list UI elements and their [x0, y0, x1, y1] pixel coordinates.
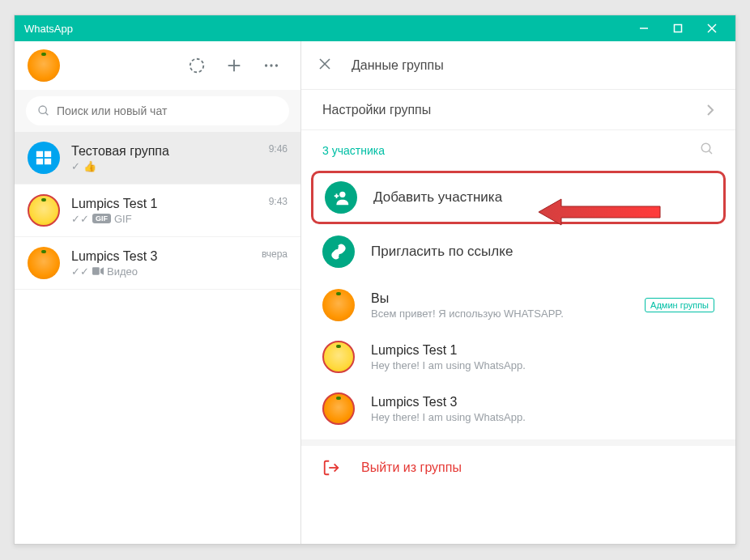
chat-subtitle: ✓✓ GIF GIF	[71, 213, 269, 225]
member-row[interactable]: Lumpics Test 1 Hey there! I am using Wha…	[301, 331, 735, 383]
member-info: Lumpics Test 1 Hey there! I am using Wha…	[371, 343, 714, 371]
left-pane: Тестовая группа ✓ 👍 9:46 Lumpics Test 1 …	[15, 41, 301, 544]
svg-rect-13	[45, 151, 51, 157]
app-window: WhatsApp	[14, 15, 736, 545]
link-icon	[322, 235, 355, 268]
new-chat-icon[interactable]	[218, 49, 250, 82]
chat-time: 9:43	[269, 196, 288, 207]
chat-avatar	[28, 194, 60, 227]
member-status: Всем привет! Я использую WHATSAPP.	[371, 308, 629, 320]
svg-point-9	[275, 64, 278, 66]
member-avatar	[322, 392, 355, 425]
search-input[interactable]	[57, 104, 278, 117]
app-body: Тестовая группа ✓ 👍 9:46 Lumpics Test 1 …	[15, 41, 735, 544]
minimize-button[interactable]	[627, 15, 661, 41]
svg-rect-14	[36, 159, 43, 164]
member-avatar	[322, 341, 355, 373]
svg-rect-16	[92, 267, 100, 274]
chat-avatar-windows	[28, 142, 60, 174]
member-name: Lumpics Test 1	[371, 343, 714, 358]
chat-title: Lumpics Test 1	[71, 197, 269, 211]
svg-point-4	[190, 59, 204, 73]
search-icon	[37, 104, 50, 117]
exit-group-row[interactable]: Выйти из группы	[301, 439, 735, 490]
exit-icon	[322, 459, 340, 477]
close-panel-button[interactable]	[317, 57, 332, 74]
chat-item[interactable]: Lumpics Test 1 ✓✓ GIF GIF 9:43	[15, 185, 300, 237]
svg-rect-15	[45, 159, 51, 164]
chat-subtitle: ✓✓ Видео	[71, 265, 262, 278]
titlebar: WhatsApp	[15, 15, 735, 41]
svg-line-20	[709, 151, 712, 154]
member-info: Lumpics Test 3 Hey there! I am using Wha…	[371, 395, 714, 423]
group-settings-label: Настройки группы	[322, 103, 431, 117]
member-name: Вы	[371, 291, 629, 306]
invite-link-row[interactable]: Пригласить по ссылке	[301, 224, 735, 279]
double-check-icon: ✓✓	[71, 265, 89, 278]
chat-avatar	[28, 247, 60, 279]
chat-title: Lumpics Test 3	[71, 249, 262, 264]
video-icon	[92, 267, 104, 275]
chat-list: Тестовая группа ✓ 👍 9:46 Lumpics Test 1 …	[15, 132, 300, 544]
participants-row: 3 участника	[301, 130, 735, 171]
thumbs-up-icon: 👍	[83, 160, 96, 172]
member-name: Lumpics Test 3	[371, 395, 714, 409]
right-header: Данные группы	[301, 41, 735, 90]
svg-rect-12	[36, 151, 43, 157]
svg-line-11	[45, 112, 48, 115]
svg-rect-1	[675, 25, 682, 32]
gif-badge-icon: GIF	[92, 214, 111, 223]
invite-link-label: Пригласить по ссылке	[371, 244, 513, 260]
maximize-button[interactable]	[661, 15, 695, 41]
titlebar-title: WhatsApp	[21, 23, 627, 35]
chat-item[interactable]: Тестовая группа ✓ 👍 9:46	[15, 132, 300, 185]
group-settings-row[interactable]: Настройки группы	[301, 90, 735, 130]
add-participant-label: Добавить участника	[373, 189, 502, 206]
chat-preview-text: Видео	[107, 265, 138, 278]
chat-time: 9:46	[269, 143, 288, 155]
member-status: Hey there! I am using WhatsApp.	[371, 411, 714, 423]
exit-group-label: Выйти из группы	[361, 460, 462, 475]
check-icon: ✓	[71, 160, 80, 172]
panel-title: Данные группы	[352, 58, 444, 73]
member-status: Hey there! I am using WhatsApp.	[371, 359, 714, 371]
chat-time: вчера	[262, 248, 288, 260]
chat-info: Lumpics Test 1 ✓✓ GIF GIF	[71, 197, 269, 225]
double-check-icon: ✓✓	[71, 213, 89, 225]
svg-point-10	[39, 106, 46, 113]
svg-point-21	[339, 192, 345, 197]
close-window-button[interactable]	[695, 15, 729, 41]
search-participants-button[interactable]	[700, 142, 714, 159]
chat-preview-text: GIF	[114, 213, 132, 225]
svg-point-19	[701, 143, 710, 152]
participants-count: 3 участника	[322, 144, 385, 157]
admin-badge: Админ группы	[645, 298, 714, 312]
chat-subtitle: ✓ 👍	[71, 160, 269, 172]
member-row[interactable]: Вы Всем привет! Я использую WHATSAPP. Ад…	[301, 279, 735, 331]
add-person-icon	[325, 181, 357, 214]
chat-info: Lumpics Test 3 ✓✓ Видео	[71, 249, 262, 278]
search-box[interactable]	[26, 96, 289, 125]
chat-item[interactable]: Lumpics Test 3 ✓✓ Видео вчера	[15, 237, 300, 290]
add-participant-row[interactable]: Добавить участника	[311, 171, 726, 224]
chevron-right-icon	[706, 104, 714, 117]
member-info: Вы Всем привет! Я использую WHATSAPP.	[371, 291, 629, 320]
chat-title: Тестовая группа	[71, 144, 269, 159]
member-row[interactable]: Lumpics Test 3 Hey there! I am using Wha…	[301, 383, 735, 435]
user-avatar[interactable]	[28, 49, 60, 82]
status-icon[interactable]	[181, 49, 213, 82]
right-pane: Данные группы Настройки группы 3 участни…	[301, 41, 735, 544]
search-bar	[15, 90, 300, 132]
svg-point-8	[270, 64, 272, 66]
menu-icon[interactable]	[255, 49, 288, 82]
svg-point-7	[265, 64, 267, 66]
member-avatar	[322, 289, 355, 321]
left-header	[15, 41, 300, 90]
chat-info: Тестовая группа ✓ 👍	[71, 144, 269, 172]
